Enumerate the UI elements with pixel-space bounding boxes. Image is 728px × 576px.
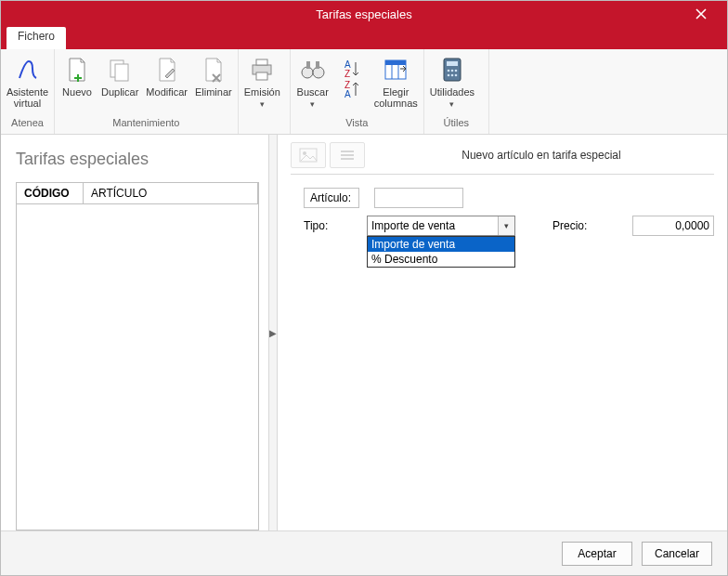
buscar-button[interactable]: Buscar ▾ bbox=[292, 51, 333, 111]
col-codigo[interactable]: CÓDIGO bbox=[17, 183, 84, 203]
cancelar-button[interactable]: Cancelar bbox=[642, 542, 712, 566]
utilidades-label: Utilidades bbox=[430, 86, 474, 98]
asistente-virtual-label: Asistente virtual bbox=[6, 86, 48, 109]
page-copy-icon bbox=[105, 55, 135, 85]
sort-az-icon: AZ ZA bbox=[337, 55, 367, 101]
grid-body[interactable] bbox=[17, 204, 258, 530]
elegir-columnas-label: Elegir columnas bbox=[374, 86, 418, 109]
chevron-down-icon: ▾ bbox=[498, 216, 514, 235]
image-icon bbox=[299, 148, 318, 163]
left-panel: Tarifas especiales CÓDIGO ARTÍCULO bbox=[1, 135, 269, 530]
label-articulo: Artículo: bbox=[304, 188, 359, 208]
list-mode-button[interactable] bbox=[330, 142, 365, 168]
ribbon: Asistente virtual Atenea Nuevo Duplicar bbox=[1, 49, 727, 135]
ribbon-group-mantenimiento: Nuevo Duplicar Modificar Eliminar bbox=[55, 49, 239, 134]
alpha-icon bbox=[13, 55, 43, 85]
detail-header: Nuevo artículo en tarifa especial bbox=[291, 142, 714, 175]
chevron-down-icon: ▾ bbox=[449, 99, 454, 109]
printer-icon bbox=[247, 55, 277, 85]
binoculars-icon bbox=[298, 55, 328, 85]
nuevo-label: Nuevo bbox=[62, 86, 92, 98]
label-tipo: Tipo: bbox=[304, 219, 359, 232]
tipo-combo[interactable]: Importe de venta ▾ bbox=[367, 216, 515, 236]
group-label-vista: Vista bbox=[291, 117, 423, 134]
panel-title: Tarifas especiales bbox=[16, 150, 259, 169]
emision-label: Emisión bbox=[244, 86, 280, 98]
buscar-label: Buscar bbox=[297, 86, 329, 98]
list-icon bbox=[338, 148, 357, 163]
elegir-columnas-button[interactable]: Elegir columnas bbox=[370, 51, 422, 111]
duplicar-button[interactable]: Duplicar bbox=[98, 51, 142, 99]
eliminar-label: Eliminar bbox=[195, 86, 232, 98]
sort-button[interactable]: AZ ZA bbox=[333, 51, 370, 105]
asistente-virtual-button[interactable]: Asistente virtual bbox=[3, 51, 52, 111]
row-articulo: Artículo: bbox=[291, 188, 714, 208]
svg-point-19 bbox=[448, 70, 450, 72]
precio-input[interactable] bbox=[632, 216, 714, 236]
group-label-utiles: Útiles bbox=[424, 117, 488, 134]
right-panel: Nuevo artículo en tarifa especial Artícu… bbox=[278, 135, 727, 530]
utilidades-button[interactable]: Utilidades ▾ bbox=[426, 51, 478, 111]
chevron-down-icon: ▾ bbox=[310, 99, 315, 109]
dialog-footer: Aceptar Cancelar bbox=[1, 530, 727, 575]
chevron-down-icon: ▾ bbox=[260, 99, 265, 109]
svg-rect-18 bbox=[447, 61, 458, 66]
svg-text:Z: Z bbox=[344, 69, 350, 79]
svg-point-23 bbox=[451, 74, 454, 77]
tarifas-grid[interactable]: CÓDIGO ARTÍCULO bbox=[16, 182, 259, 530]
svg-point-21 bbox=[455, 70, 458, 72]
close-button[interactable] bbox=[682, 1, 720, 27]
svg-rect-14 bbox=[385, 60, 406, 65]
page-delete-icon bbox=[199, 55, 228, 85]
svg-rect-4 bbox=[256, 72, 267, 80]
ribbon-group-vista: Buscar ▾ AZ ZA Elegir columnas Vista bbox=[291, 49, 424, 134]
eliminar-button[interactable]: Eliminar bbox=[191, 51, 236, 99]
label-precio: Precio: bbox=[552, 219, 597, 232]
tipo-combo-wrap: Importe de venta ▾ Importe de venta % De… bbox=[367, 216, 515, 236]
tipo-combo-value: Importe de venta bbox=[371, 219, 455, 232]
close-icon bbox=[696, 8, 707, 20]
titlebar: Tarifas especiales bbox=[1, 1, 727, 27]
aceptar-button[interactable]: Aceptar bbox=[562, 542, 632, 566]
emision-button[interactable]: Emisión ▾ bbox=[240, 51, 284, 111]
window-title: Tarifas especiales bbox=[1, 7, 727, 21]
tipo-option-importe[interactable]: Importe de venta bbox=[368, 237, 514, 252]
ribbon-group-emision: Emisión ▾ bbox=[239, 49, 291, 134]
svg-point-22 bbox=[448, 74, 450, 77]
svg-text:A: A bbox=[344, 89, 351, 99]
svg-rect-3 bbox=[256, 59, 267, 65]
svg-rect-8 bbox=[316, 61, 319, 69]
ribbon-group-atenea: Asistente virtual Atenea bbox=[1, 49, 55, 134]
detail-title: Nuevo artículo en tarifa especial bbox=[369, 149, 714, 162]
nuevo-button[interactable]: Nuevo bbox=[57, 51, 98, 99]
image-mode-button[interactable] bbox=[291, 142, 326, 168]
duplicar-label: Duplicar bbox=[101, 86, 138, 98]
calculator-icon bbox=[437, 55, 467, 85]
panel-expander[interactable]: ▶ bbox=[269, 135, 278, 530]
group-label-emision bbox=[239, 117, 290, 134]
main-content: Tarifas especiales CÓDIGO ARTÍCULO ▶ Nue… bbox=[1, 135, 727, 530]
col-articulo[interactable]: ARTÍCULO bbox=[84, 183, 258, 203]
page-plus-icon bbox=[62, 55, 92, 85]
tipo-option-descuento[interactable]: % Descuento bbox=[368, 252, 514, 267]
columns-icon bbox=[381, 55, 410, 85]
group-label-atenea: Atenea bbox=[1, 117, 54, 134]
svg-rect-7 bbox=[306, 61, 310, 69]
tipo-combo-list: Importe de venta % Descuento bbox=[367, 236, 515, 268]
tab-fichero[interactable]: Fichero bbox=[6, 27, 66, 49]
page-edit-icon bbox=[152, 55, 182, 85]
svg-point-24 bbox=[455, 74, 458, 77]
svg-point-20 bbox=[451, 70, 454, 72]
modificar-label: Modificar bbox=[146, 86, 188, 98]
row-tipo: Tipo: Importe de venta ▾ Importe de vent… bbox=[291, 216, 714, 236]
ribbon-tabstrip: Fichero bbox=[1, 27, 727, 49]
ribbon-group-utiles: Utilidades ▾ Útiles bbox=[424, 49, 489, 134]
group-label-mantenimiento: Mantenimiento bbox=[55, 117, 238, 134]
articulo-input[interactable] bbox=[374, 188, 463, 208]
svg-point-26 bbox=[303, 151, 306, 155]
modificar-button[interactable]: Modificar bbox=[142, 51, 191, 99]
svg-rect-1 bbox=[115, 64, 128, 81]
grid-header: CÓDIGO ARTÍCULO bbox=[17, 183, 258, 204]
